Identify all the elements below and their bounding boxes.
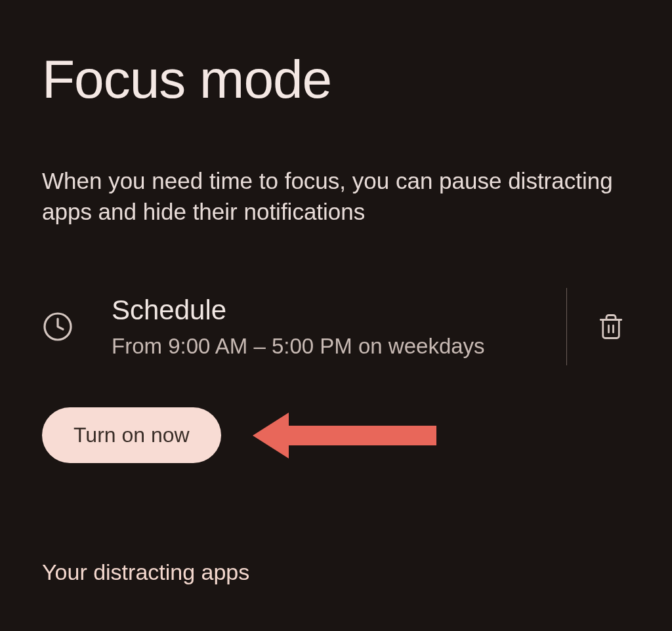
distracting-apps-header: Your distracting apps	[42, 560, 630, 585]
vertical-divider	[566, 288, 567, 365]
schedule-title: Schedule	[112, 295, 555, 326]
schedule-row[interactable]: Schedule From 9:00 AM – 5:00 PM on weekd…	[42, 288, 630, 365]
turn-on-now-button[interactable]: Turn on now	[42, 407, 221, 463]
trash-icon	[597, 313, 625, 340]
schedule-subtitle: From 9:00 AM – 5:00 PM on weekdays	[112, 334, 555, 359]
page-title: Focus mode	[42, 0, 630, 110]
clock-icon	[42, 311, 77, 342]
arrow-left-icon	[253, 413, 436, 458]
delete-schedule-button[interactable]	[592, 308, 630, 346]
schedule-text-block: Schedule From 9:00 AM – 5:00 PM on weekd…	[112, 295, 555, 359]
action-row: Turn on now	[42, 406, 630, 465]
arrow-annotation	[253, 406, 443, 465]
page-description: When you need time to focus, you can pau…	[42, 165, 630, 228]
